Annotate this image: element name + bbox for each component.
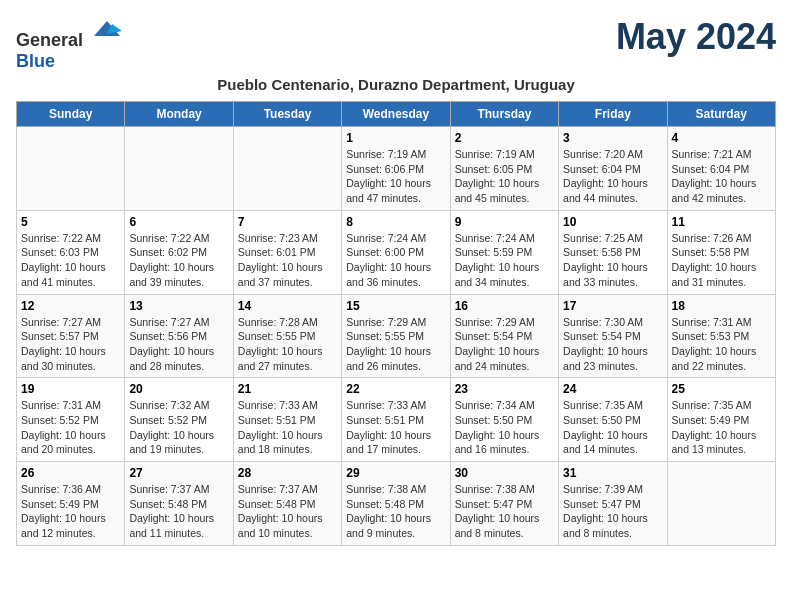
day-info: Sunrise: 7:39 AMSunset: 5:47 PMDaylight:…: [563, 482, 662, 541]
day-number: 22: [346, 382, 445, 396]
day-info: Sunrise: 7:24 AMSunset: 6:00 PMDaylight:…: [346, 231, 445, 290]
day-info: Sunrise: 7:31 AMSunset: 5:53 PMDaylight:…: [672, 315, 771, 374]
day-cell: [17, 127, 125, 211]
day-cell: 18Sunrise: 7:31 AMSunset: 5:53 PMDayligh…: [667, 294, 775, 378]
day-number: 18: [672, 299, 771, 313]
day-cell: [125, 127, 233, 211]
day-cell: 31Sunrise: 7:39 AMSunset: 5:47 PMDayligh…: [559, 462, 667, 546]
day-cell: 19Sunrise: 7:31 AMSunset: 5:52 PMDayligh…: [17, 378, 125, 462]
day-cell: 4Sunrise: 7:21 AMSunset: 6:04 PMDaylight…: [667, 127, 775, 211]
day-cell: 27Sunrise: 7:37 AMSunset: 5:48 PMDayligh…: [125, 462, 233, 546]
day-info: Sunrise: 7:19 AMSunset: 6:05 PMDaylight:…: [455, 147, 554, 206]
day-number: 7: [238, 215, 337, 229]
header-saturday: Saturday: [667, 102, 775, 127]
day-number: 28: [238, 466, 337, 480]
day-cell: 14Sunrise: 7:28 AMSunset: 5:55 PMDayligh…: [233, 294, 341, 378]
day-info: Sunrise: 7:32 AMSunset: 5:52 PMDaylight:…: [129, 398, 228, 457]
week-row-2: 5Sunrise: 7:22 AMSunset: 6:03 PMDaylight…: [17, 210, 776, 294]
day-cell: 21Sunrise: 7:33 AMSunset: 5:51 PMDayligh…: [233, 378, 341, 462]
day-cell: 1Sunrise: 7:19 AMSunset: 6:06 PMDaylight…: [342, 127, 450, 211]
calendar-table: SundayMondayTuesdayWednesdayThursdayFrid…: [16, 101, 776, 546]
day-cell: 25Sunrise: 7:35 AMSunset: 5:49 PMDayligh…: [667, 378, 775, 462]
day-info: Sunrise: 7:27 AMSunset: 5:57 PMDaylight:…: [21, 315, 120, 374]
day-cell: 10Sunrise: 7:25 AMSunset: 5:58 PMDayligh…: [559, 210, 667, 294]
calendar-header: SundayMondayTuesdayWednesdayThursdayFrid…: [17, 102, 776, 127]
day-number: 23: [455, 382, 554, 396]
day-info: Sunrise: 7:35 AMSunset: 5:50 PMDaylight:…: [563, 398, 662, 457]
header-monday: Monday: [125, 102, 233, 127]
day-number: 2: [455, 131, 554, 145]
day-cell: 23Sunrise: 7:34 AMSunset: 5:50 PMDayligh…: [450, 378, 558, 462]
day-cell: 7Sunrise: 7:23 AMSunset: 6:01 PMDaylight…: [233, 210, 341, 294]
day-number: 21: [238, 382, 337, 396]
day-number: 5: [21, 215, 120, 229]
day-number: 11: [672, 215, 771, 229]
day-number: 13: [129, 299, 228, 313]
day-info: Sunrise: 7:26 AMSunset: 5:58 PMDaylight:…: [672, 231, 771, 290]
day-number: 12: [21, 299, 120, 313]
page-subtitle: Pueblo Centenario, Durazno Department, U…: [16, 76, 776, 93]
month-title: May 2024: [616, 16, 776, 58]
day-number: 8: [346, 215, 445, 229]
logo: General Blue: [16, 16, 122, 72]
week-row-4: 19Sunrise: 7:31 AMSunset: 5:52 PMDayligh…: [17, 378, 776, 462]
day-number: 6: [129, 215, 228, 229]
day-number: 29: [346, 466, 445, 480]
day-cell: 8Sunrise: 7:24 AMSunset: 6:00 PMDaylight…: [342, 210, 450, 294]
header-sunday: Sunday: [17, 102, 125, 127]
header-friday: Friday: [559, 102, 667, 127]
day-number: 3: [563, 131, 662, 145]
day-info: Sunrise: 7:25 AMSunset: 5:58 PMDaylight:…: [563, 231, 662, 290]
day-info: Sunrise: 7:31 AMSunset: 5:52 PMDaylight:…: [21, 398, 120, 457]
day-number: 31: [563, 466, 662, 480]
day-info: Sunrise: 7:38 AMSunset: 5:47 PMDaylight:…: [455, 482, 554, 541]
day-cell: 13Sunrise: 7:27 AMSunset: 5:56 PMDayligh…: [125, 294, 233, 378]
day-info: Sunrise: 7:29 AMSunset: 5:54 PMDaylight:…: [455, 315, 554, 374]
day-number: 26: [21, 466, 120, 480]
day-info: Sunrise: 7:33 AMSunset: 5:51 PMDaylight:…: [346, 398, 445, 457]
logo-general: General: [16, 30, 83, 50]
day-cell: 16Sunrise: 7:29 AMSunset: 5:54 PMDayligh…: [450, 294, 558, 378]
day-cell: 12Sunrise: 7:27 AMSunset: 5:57 PMDayligh…: [17, 294, 125, 378]
day-info: Sunrise: 7:35 AMSunset: 5:49 PMDaylight:…: [672, 398, 771, 457]
day-info: Sunrise: 7:38 AMSunset: 5:48 PMDaylight:…: [346, 482, 445, 541]
logo-bird-icon: [92, 16, 122, 46]
day-number: 4: [672, 131, 771, 145]
day-info: Sunrise: 7:21 AMSunset: 6:04 PMDaylight:…: [672, 147, 771, 206]
day-cell: 29Sunrise: 7:38 AMSunset: 5:48 PMDayligh…: [342, 462, 450, 546]
week-row-1: 1Sunrise: 7:19 AMSunset: 6:06 PMDaylight…: [17, 127, 776, 211]
day-number: 19: [21, 382, 120, 396]
day-info: Sunrise: 7:33 AMSunset: 5:51 PMDaylight:…: [238, 398, 337, 457]
day-cell: 28Sunrise: 7:37 AMSunset: 5:48 PMDayligh…: [233, 462, 341, 546]
day-number: 9: [455, 215, 554, 229]
day-number: 17: [563, 299, 662, 313]
week-row-3: 12Sunrise: 7:27 AMSunset: 5:57 PMDayligh…: [17, 294, 776, 378]
header-wednesday: Wednesday: [342, 102, 450, 127]
day-cell: 26Sunrise: 7:36 AMSunset: 5:49 PMDayligh…: [17, 462, 125, 546]
day-cell: 15Sunrise: 7:29 AMSunset: 5:55 PMDayligh…: [342, 294, 450, 378]
day-cell: [667, 462, 775, 546]
day-info: Sunrise: 7:29 AMSunset: 5:55 PMDaylight:…: [346, 315, 445, 374]
day-info: Sunrise: 7:19 AMSunset: 6:06 PMDaylight:…: [346, 147, 445, 206]
day-cell: 3Sunrise: 7:20 AMSunset: 6:04 PMDaylight…: [559, 127, 667, 211]
day-info: Sunrise: 7:22 AMSunset: 6:02 PMDaylight:…: [129, 231, 228, 290]
day-info: Sunrise: 7:20 AMSunset: 6:04 PMDaylight:…: [563, 147, 662, 206]
day-cell: 30Sunrise: 7:38 AMSunset: 5:47 PMDayligh…: [450, 462, 558, 546]
day-cell: 22Sunrise: 7:33 AMSunset: 5:51 PMDayligh…: [342, 378, 450, 462]
header-row: SundayMondayTuesdayWednesdayThursdayFrid…: [17, 102, 776, 127]
day-info: Sunrise: 7:22 AMSunset: 6:03 PMDaylight:…: [21, 231, 120, 290]
week-row-5: 26Sunrise: 7:36 AMSunset: 5:49 PMDayligh…: [17, 462, 776, 546]
day-number: 25: [672, 382, 771, 396]
day-cell: 17Sunrise: 7:30 AMSunset: 5:54 PMDayligh…: [559, 294, 667, 378]
day-cell: 6Sunrise: 7:22 AMSunset: 6:02 PMDaylight…: [125, 210, 233, 294]
day-info: Sunrise: 7:23 AMSunset: 6:01 PMDaylight:…: [238, 231, 337, 290]
day-info: Sunrise: 7:30 AMSunset: 5:54 PMDaylight:…: [563, 315, 662, 374]
header-tuesday: Tuesday: [233, 102, 341, 127]
day-number: 27: [129, 466, 228, 480]
day-number: 10: [563, 215, 662, 229]
header-thursday: Thursday: [450, 102, 558, 127]
logo-blue: Blue: [16, 51, 55, 71]
day-number: 1: [346, 131, 445, 145]
day-info: Sunrise: 7:24 AMSunset: 5:59 PMDaylight:…: [455, 231, 554, 290]
day-cell: 11Sunrise: 7:26 AMSunset: 5:58 PMDayligh…: [667, 210, 775, 294]
